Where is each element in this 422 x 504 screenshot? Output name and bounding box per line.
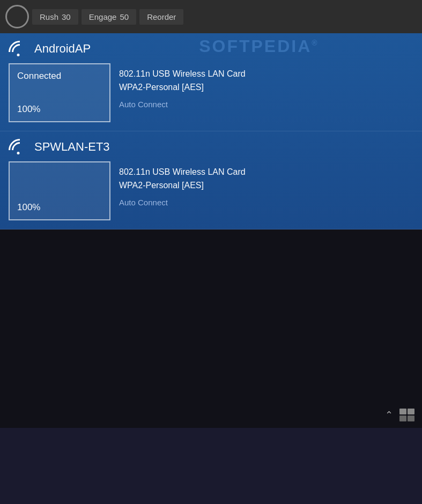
toolbar-circle bbox=[5, 5, 29, 28]
reorder-button[interactable]: Reorder bbox=[139, 9, 183, 25]
network-signal-spwlan: 100% bbox=[17, 202, 102, 213]
network-autoconnect-androidap: Auto Connect bbox=[119, 100, 246, 109]
network-signal-androidap: 100% bbox=[17, 104, 102, 115]
network-info-spwlan: 802.11n USB Wireless LAN Card WPA2-Perso… bbox=[110, 161, 254, 211]
dark-section: ⌃ bbox=[0, 229, 422, 428]
network-status-label: Connected bbox=[17, 71, 102, 81]
reorder-label: Reorder bbox=[147, 12, 176, 21]
network-security-spwlan: WPA2-Personal [AES] bbox=[119, 181, 246, 190]
network-card-spwlan: 802.11n USB Wireless LAN Card bbox=[119, 166, 246, 179]
network-name-androidap: AndroidAP bbox=[34, 42, 91, 56]
network-item-androidap[interactable]: AndroidAP Connected 100% 802.11n USB Wir… bbox=[0, 33, 422, 131]
wifi-icon-androidap bbox=[9, 41, 28, 57]
grid-cell-2 bbox=[408, 409, 414, 414]
grid-cell-3 bbox=[399, 416, 406, 421]
wifi-dot bbox=[17, 54, 20, 56]
wifi-dot-spwlan bbox=[17, 152, 20, 154]
rush-label: Rush bbox=[40, 12, 58, 21]
engage-label: Engage bbox=[89, 12, 117, 21]
rush-value: 30 bbox=[62, 12, 71, 21]
network-status-box-androidap: Connected 100% bbox=[9, 63, 110, 122]
bottom-icons: ⌃ bbox=[382, 409, 414, 421]
network-card-androidap: 802.11n USB Wireless LAN Card bbox=[119, 68, 246, 80]
network-info-androidap: 802.11n USB Wireless LAN Card WPA2-Perso… bbox=[110, 63, 254, 113]
network-status-box-spwlan: 100% bbox=[9, 161, 110, 220]
engage-value: 50 bbox=[120, 12, 129, 21]
network-header-spwlan: SPWLAN-ET3 bbox=[9, 139, 413, 155]
grid-cell-1 bbox=[399, 409, 406, 414]
main-panel: AndroidAP Connected 100% 802.11n USB Wir… bbox=[0, 33, 422, 229]
network-autoconnect-spwlan: Auto Connect bbox=[119, 198, 246, 207]
wifi-icon-spwlan bbox=[9, 139, 28, 155]
network-security-androidap: WPA2-Personal [AES] bbox=[119, 83, 246, 92]
network-details-androidap: Connected 100% 802.11n USB Wireless LAN … bbox=[9, 63, 413, 122]
network-header-androidap: AndroidAP bbox=[9, 41, 413, 57]
chevron-up-icon[interactable]: ⌃ bbox=[382, 409, 395, 421]
network-name-spwlan: SPWLAN-ET3 bbox=[34, 140, 110, 154]
grid-cell-4 bbox=[408, 416, 414, 421]
network-item-spwlan[interactable]: SPWLAN-ET3 100% 802.11n USB Wireless LAN… bbox=[0, 131, 422, 229]
rush-button[interactable]: Rush 30 bbox=[32, 9, 78, 25]
toolbar: Rush 30 Engage 50 Reorder bbox=[0, 0, 422, 33]
engage-button[interactable]: Engage 50 bbox=[82, 9, 136, 25]
network-details-spwlan: 100% 802.11n USB Wireless LAN Card WPA2-… bbox=[9, 161, 413, 220]
grid-icon[interactable] bbox=[399, 409, 414, 421]
